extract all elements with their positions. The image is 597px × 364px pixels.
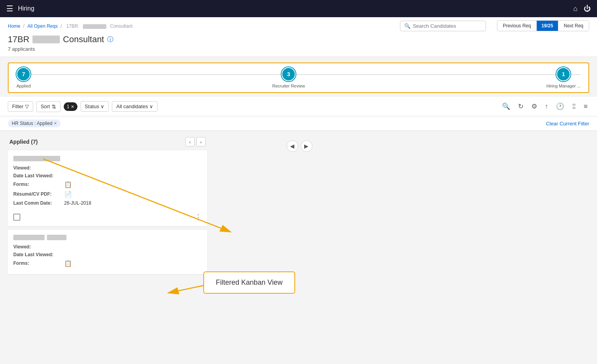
- history-icon[interactable]: 🕐: [554, 101, 566, 112]
- field-resume: Résumé/CV PDF: 📄: [13, 191, 202, 198]
- settings-icon[interactable]: ⚙: [530, 101, 539, 112]
- status-label: Status: [85, 103, 99, 109]
- search-candidates-box[interactable]: 🔍: [400, 21, 486, 31]
- recruiter-review-label: Recruiter Review: [272, 84, 305, 88]
- list-view-icon[interactable]: ≡: [582, 101, 589, 112]
- breadcrumb-req-name: Consultant: [110, 23, 132, 29]
- status-chevron-icon: ∨: [100, 103, 104, 109]
- filter-label: Filter: [12, 103, 23, 109]
- search-candidates-input[interactable]: [413, 23, 482, 29]
- previous-req-button[interactable]: Previous Req: [497, 21, 536, 31]
- pipeline-container: 7 Applied 3 Recruiter Review 1 Hiring Ma…: [8, 62, 589, 93]
- sort-label: Sort: [41, 103, 50, 109]
- candidate-card-2: Viewed: Date Last Viewed: Forms: 📋: [8, 230, 207, 274]
- top-navigation: ☰ Hiring ⌂ ⏻: [0, 0, 597, 17]
- org-chart-icon[interactable]: ⑄: [570, 101, 577, 112]
- breadcrumb: Home / All Open Reqs / 17BR: Consultant: [8, 23, 134, 29]
- export-icon[interactable]: ↑: [543, 101, 550, 112]
- column-title: Applied (7): [9, 139, 38, 145]
- more-options-icon[interactable]: ⋮: [195, 213, 202, 221]
- field-forms-2: Forms: 📋: [13, 260, 202, 267]
- pipeline-stage-hiring-manager[interactable]: 1 Hiring Manager ...: [547, 67, 581, 88]
- clear-current-filter-link[interactable]: Clear Current Filter: [546, 121, 589, 127]
- all-candidates-chevron-icon: ∨: [149, 103, 153, 109]
- toolbar: Filter ▽ Sort ⇅ 1 × Status ∨ All candida…: [0, 97, 597, 116]
- pipeline-stage-applied[interactable]: 7 Applied: [16, 67, 31, 88]
- recruiter-review-bubble: 3: [281, 67, 296, 81]
- next-req-button[interactable]: Next Req: [558, 21, 589, 31]
- card-footer: ⋮: [13, 210, 202, 221]
- all-candidates-label: All candidates: [116, 103, 148, 109]
- card-checkbox[interactable]: [13, 214, 20, 221]
- page-title: 17BR Consultant ⓘ: [8, 34, 113, 45]
- filter-tags-row: HR Status : Applied × Clear Current Filt…: [0, 116, 597, 131]
- req-id-label: 17BR: [8, 34, 29, 45]
- kanban-prev-arrow[interactable]: ◀: [287, 140, 298, 152]
- field-forms: Forms: 📋: [13, 181, 202, 188]
- filter-button[interactable]: Filter ▽: [8, 101, 33, 112]
- active-filter-badge: 1 ×: [64, 102, 77, 111]
- column-next-button[interactable]: ›: [196, 137, 206, 146]
- breadcrumb-all-open-reqs[interactable]: All Open Reqs: [27, 23, 57, 29]
- filter-tag-close-icon[interactable]: ×: [54, 121, 57, 126]
- annotation-box: Filtered Kanban View: [203, 271, 295, 294]
- field-last-comm-date: Last Comm Date: 26-JUL-2018: [13, 200, 202, 206]
- candidate-2-name-blurred-2: [47, 235, 66, 240]
- kanban-column-nav: ◀ ▶: [287, 140, 312, 152]
- breadcrumb-req-id: 17BR:: [66, 23, 79, 29]
- refresh-icon[interactable]: ↻: [516, 101, 525, 112]
- kanban-next-arrow[interactable]: ▶: [301, 140, 312, 152]
- search-toolbar-icon[interactable]: 🔍: [500, 101, 512, 112]
- active-filter-count: 1: [67, 104, 70, 109]
- column-prev-button[interactable]: ‹: [185, 137, 195, 146]
- hiring-manager-label: Hiring Manager ...: [547, 84, 581, 88]
- breadcrumb-home[interactable]: Home: [8, 23, 20, 29]
- hamburger-menu-icon[interactable]: ☰: [6, 4, 13, 13]
- main-content: ◀ ▶ Applied (7) ‹ › Viewed: Date Last Vi…: [0, 131, 597, 326]
- field-date-last-viewed-2: Date Last Viewed:: [13, 252, 202, 257]
- power-icon[interactable]: ⏻: [584, 5, 591, 13]
- candidate-card: Viewed: Date Last Viewed: Forms: 📋 Résum…: [8, 150, 207, 226]
- annotation-text: Filtered Kanban View: [216, 278, 283, 286]
- hiring-manager-bubble: 1: [556, 67, 570, 81]
- resume-icon[interactable]: 📄: [64, 191, 72, 198]
- field-date-last-viewed: Date Last Viewed:: [13, 173, 202, 178]
- filter-tag-hr-status: HR Status : Applied ×: [8, 120, 61, 127]
- applied-bubble: 7: [16, 67, 30, 81]
- pipeline-stage-recruiter-review[interactable]: 3 Recruiter Review: [272, 67, 305, 88]
- sort-icon: ⇅: [52, 103, 56, 110]
- home-icon[interactable]: ⌂: [573, 5, 577, 13]
- candidate-2-name-blurred: [13, 235, 45, 240]
- status-dropdown[interactable]: Status ∨: [81, 101, 109, 112]
- req-navigation: Previous Req 19/25 Next Req: [497, 20, 589, 31]
- filter-tag-label: HR Status : Applied: [12, 121, 52, 126]
- candidate-name-blurred: [13, 156, 60, 161]
- all-candidates-dropdown[interactable]: All candidates ∨: [112, 101, 158, 112]
- field-viewed-2: Viewed:: [13, 244, 202, 250]
- applied-label: Applied: [16, 84, 31, 88]
- app-title: Hiring: [18, 5, 34, 12]
- column-header: Applied (7) ‹ ›: [8, 137, 207, 146]
- active-filter-close-icon[interactable]: ×: [71, 103, 74, 110]
- applicant-count: 7 applicants: [8, 46, 113, 52]
- role-label: Consultant: [63, 34, 104, 45]
- req-nav-count: 19/25: [536, 21, 558, 31]
- info-icon[interactable]: ⓘ: [107, 36, 113, 44]
- breadcrumb-req-blurred: [83, 24, 106, 29]
- req-blurred-name: [32, 36, 60, 43]
- applied-column: Applied (7) ‹ › Viewed: Date Last Viewed…: [8, 137, 207, 320]
- field-viewed: Viewed:: [13, 165, 202, 171]
- search-icon: 🔍: [404, 23, 411, 29]
- filter-icon: ▽: [25, 103, 29, 109]
- forms-icon-2[interactable]: 📋: [64, 260, 72, 267]
- forms-icon[interactable]: 📋: [64, 181, 72, 188]
- sort-button[interactable]: Sort ⇅: [36, 101, 61, 112]
